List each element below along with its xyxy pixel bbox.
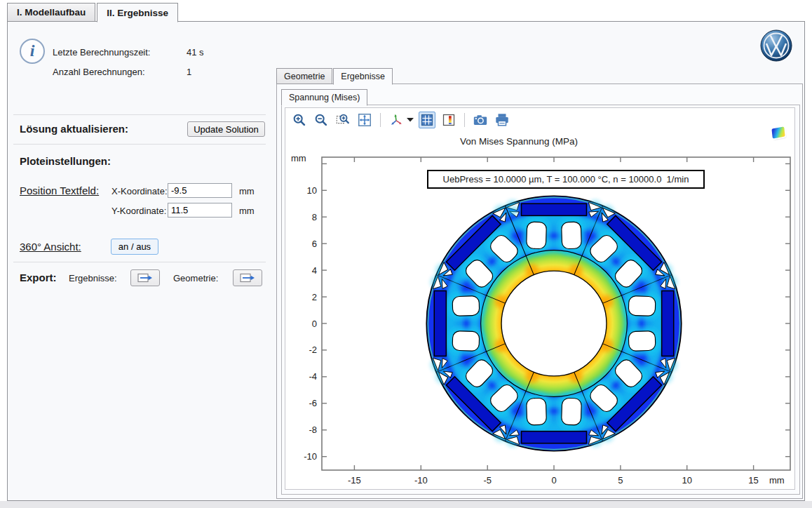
tab-modellaufbau[interactable]: I. Modellaufbau bbox=[7, 3, 95, 22]
tab-geometrie[interactable]: Geometrie bbox=[276, 68, 332, 84]
results-tabbar: Geometrie Ergebnisse bbox=[276, 68, 393, 85]
divider bbox=[13, 144, 266, 145]
svg-text:-10: -10 bbox=[414, 475, 428, 486]
plot-settings-heading: Ploteinstellungen: bbox=[20, 155, 111, 167]
y-axis-unit: mm bbox=[291, 153, 306, 163]
y-coordinate-input[interactable] bbox=[168, 203, 232, 218]
von-mises-plot[interactable]: Von Mises Spannung (MPa) mm mm -15 -10 -… bbox=[285, 108, 796, 490]
svg-text:-2: -2 bbox=[309, 345, 317, 355]
export-heading: Export: bbox=[20, 272, 57, 283]
tab-spannung-mises[interactable]: Spannung (Mises) bbox=[281, 89, 367, 106]
printer-icon bbox=[494, 112, 510, 128]
svg-text:6: 6 bbox=[312, 239, 317, 249]
vw-logo bbox=[760, 29, 792, 62]
stat-value-calc-count: 1 bbox=[187, 67, 191, 77]
update-solution-button[interactable]: Update Solution bbox=[187, 121, 265, 137]
window-bottom-strip bbox=[0, 501, 812, 508]
svg-text:0: 0 bbox=[312, 319, 317, 329]
info-icon: i bbox=[20, 39, 45, 64]
x-coordinate-unit: mm bbox=[239, 186, 255, 196]
export-icon bbox=[137, 273, 153, 283]
view-orientation-icon bbox=[388, 112, 404, 128]
plot-title: Von Mises Spannung (MPa) bbox=[460, 136, 578, 147]
svg-text:10: 10 bbox=[682, 475, 691, 486]
svg-text:-8: -8 bbox=[309, 425, 317, 435]
svg-text:-10: -10 bbox=[304, 451, 317, 462]
export-geometry-label: Geometrie: bbox=[173, 273, 218, 283]
export-geometry-button[interactable] bbox=[233, 269, 262, 286]
x-tick-labels: -15 -10 -5 0 5 10 15 bbox=[348, 475, 759, 486]
zoom-in-button[interactable] bbox=[291, 112, 308, 128]
y-coordinate-unit: mm bbox=[239, 206, 255, 216]
zoom-extents-icon bbox=[357, 112, 372, 128]
main-tabbar: I. Modellaufbau II. Ergebnisse bbox=[7, 3, 180, 22]
svg-text:-15: -15 bbox=[348, 475, 361, 486]
zoom-in-icon bbox=[292, 112, 307, 128]
export-results-button[interactable] bbox=[130, 269, 160, 286]
camera-icon bbox=[473, 112, 488, 128]
svg-text:4: 4 bbox=[312, 265, 317, 276]
solution-heading: Lösung aktualisieren: bbox=[20, 123, 128, 135]
svg-text:0: 0 bbox=[551, 475, 556, 486]
tab-ergebnisse-inner[interactable]: Ergebnisse bbox=[333, 68, 393, 85]
zoom-out-icon bbox=[313, 112, 329, 128]
svg-text:-5: -5 bbox=[483, 475, 492, 486]
stat-value-calc-time: 41 s bbox=[187, 47, 204, 58]
y-tick-labels: 10 8 6 4 2 0 -2 -4 -6 -8 -10 bbox=[304, 185, 317, 462]
tab-ergebnisse[interactable]: II. Ergebnisse bbox=[97, 3, 178, 22]
y-coordinate-label: Y-Koordinate: bbox=[111, 206, 166, 216]
grid-toggle-button[interactable] bbox=[419, 112, 435, 128]
grid-icon bbox=[420, 113, 434, 127]
view-orientation-button[interactable] bbox=[388, 112, 405, 128]
print-button[interactable] bbox=[494, 112, 510, 128]
zoom-box-button[interactable] bbox=[334, 112, 351, 128]
position-textfeld-label: Position Textfeld: bbox=[20, 185, 99, 196]
x-axis-unit: mm bbox=[769, 475, 785, 486]
snapshot-button[interactable] bbox=[472, 112, 489, 128]
svg-text:-4: -4 bbox=[309, 371, 317, 382]
divider bbox=[13, 114, 266, 115]
graphics-canvas: UebPress = 10.0000 µm, T = 100.000 °C, n… bbox=[285, 107, 795, 490]
svg-text:2: 2 bbox=[312, 292, 317, 302]
divider bbox=[13, 262, 266, 262]
graphics-toolbar bbox=[291, 109, 510, 131]
color-legend-icon bbox=[442, 113, 456, 127]
plot-tabbar: Spannung (Mises) bbox=[281, 89, 368, 106]
svg-text:8: 8 bbox=[312, 212, 317, 222]
svg-text:5: 5 bbox=[618, 475, 623, 486]
svg-text:10: 10 bbox=[307, 185, 317, 196]
x-coordinate-input[interactable] bbox=[168, 183, 232, 198]
color-legend-toggle-button[interactable] bbox=[440, 112, 457, 128]
zoom-out-button[interactable] bbox=[313, 112, 330, 128]
svg-text:15: 15 bbox=[748, 475, 758, 486]
zoom-box-icon bbox=[335, 112, 351, 128]
plot-annotation-box: UebPress = 10.0000 µm, T = 100.000 °C, n… bbox=[427, 170, 705, 189]
zoom-extents-button[interactable] bbox=[356, 112, 373, 128]
x-coordinate-label: X-Koordinate: bbox=[111, 186, 168, 196]
svg-text:-6: -6 bbox=[309, 398, 317, 408]
view-360-label: 360° Ansicht: bbox=[20, 241, 81, 253]
toolbar-separator bbox=[380, 113, 381, 127]
stat-label-calc-count: Anzahl Berechnungen: bbox=[53, 67, 145, 77]
main-window: i Letzte Berechnungszeit: 41 s Anzahl Be… bbox=[7, 21, 805, 501]
export-results-label: Ergebnisse: bbox=[69, 273, 117, 283]
motor-cross-section bbox=[426, 195, 682, 451]
view-360-toggle-button[interactable]: an / aus bbox=[111, 239, 158, 255]
toolbar-separator bbox=[464, 113, 465, 127]
export-icon bbox=[240, 273, 255, 283]
stat-label-calc-time: Letzte Berechnungszeit: bbox=[53, 47, 150, 58]
view-orientation-dropdown-caret[interactable] bbox=[407, 118, 414, 122]
